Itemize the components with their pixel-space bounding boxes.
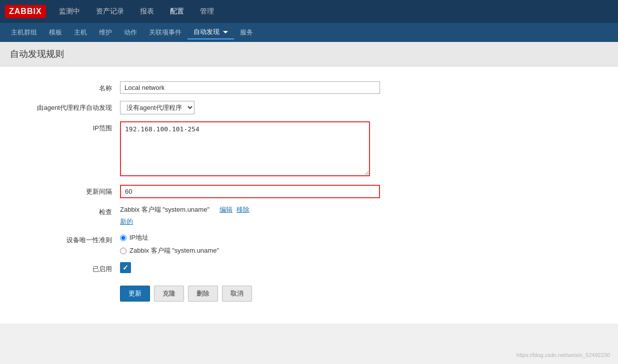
delete-button[interactable]: 删除 [188,286,218,302]
check-item: Zabbix 客户端 "system.uname" 编辑 移除 [120,205,380,214]
edit-check-link[interactable]: 编辑 [220,205,232,214]
uniqueness-radio-group: IP地址 Zabbix 客户端 "system.uname" [120,233,380,255]
clone-button[interactable]: 克隆 [154,286,184,302]
discovery-rule-form: 名称 由agent代理程序自动发现 没有agent代理程序 IP范围 192.1… [20,81,598,302]
name-label: 名称 [20,81,120,93]
check-name: Zabbix 客户端 "system.uname" [120,205,210,214]
subnav-services[interactable]: 服务 [234,26,259,39]
ip-range-row: IP范围 192.168.100.101-254 [20,121,598,178]
checks-label: 检查 [20,205,120,217]
radio-ip-text: IP地址 [130,233,148,242]
agent-label: 由agent代理程序自动发现 [20,101,120,112]
enabled-label: 已启用 [20,262,120,274]
ip-range-label: IP范围 [20,121,120,133]
subnav-maintenance[interactable]: 维护 [93,26,118,39]
subnav-actions[interactable]: 动作 [118,26,143,39]
buttons-control: 更新 克隆 删除 取消 [120,281,380,302]
top-navigation: ZABBIX 监测中 资产记录 报表 配置 管理 [0,0,618,23]
check-actions: 编辑 移除 [220,205,250,214]
radio-zabbix[interactable] [120,248,126,254]
nav-assets[interactable]: 资产记录 [93,5,127,18]
page-header: 自动发现规则 [0,42,618,66]
uniqueness-control: IP地址 Zabbix 客户端 "system.uname" [120,233,380,255]
cancel-button[interactable]: 取消 [222,286,252,302]
ip-range-textarea[interactable]: 192.168.100.101-254 [120,121,370,176]
checks-row: 检查 Zabbix 客户端 "system.uname" 编辑 移除 新的 [20,205,598,226]
zabbix-logo: ZABBIX [5,5,46,18]
checkmark-icon: ✓ [122,264,128,272]
subnav-discovery[interactable]: 自动发现 [188,25,234,39]
ip-range-control: 192.168.100.101-254 [120,121,380,178]
interval-input[interactable] [120,185,380,198]
main-content: 名称 由agent代理程序自动发现 没有agent代理程序 IP范围 192.1… [0,66,618,324]
update-button[interactable]: 更新 [120,286,150,302]
checks-content: Zabbix 客户端 "system.uname" 编辑 移除 新的 [120,205,380,226]
uniqueness-label: 设备唯一性准则 [20,233,120,245]
subnav-hostgroups[interactable]: 主机群组 [5,26,43,39]
subnav-correlations[interactable]: 关联项事件 [143,26,188,39]
buttons-spacer [20,281,120,283]
interval-row: 更新间隔 [20,185,598,198]
sub-navigation: 主机群组 模板 主机 维护 动作 关联项事件 自动发现 服务 [0,23,618,42]
nav-monitoring[interactable]: 监测中 [56,5,83,18]
radio-ip[interactable] [120,235,126,241]
agent-control: 没有agent代理程序 [120,101,380,114]
radio-ip-label[interactable]: IP地址 [120,233,380,242]
dropdown-arrow-icon [223,31,228,33]
radio-zabbix-label[interactable]: Zabbix 客户端 "system.uname" [120,246,380,255]
uniqueness-row: 设备唯一性准则 IP地址 Zabbix 客户端 "system.uname" [20,233,598,255]
subnav-hosts[interactable]: 主机 [68,26,93,39]
new-check-container: 新的 [120,217,380,226]
nav-admin[interactable]: 管理 [197,5,217,18]
remove-check-link[interactable]: 移除 [236,205,250,214]
agent-select[interactable]: 没有agent代理程序 [120,101,194,114]
enabled-checkbox[interactable]: ✓ [120,262,131,273]
buttons-row: 更新 克隆 删除 取消 [20,281,598,302]
enabled-control: ✓ [120,262,380,273]
subnav-templates[interactable]: 模板 [43,26,68,39]
page-title: 自动发现规则 [10,48,608,60]
name-input[interactable] [120,81,380,94]
new-check-link[interactable]: 新的 [120,218,133,225]
name-row: 名称 [20,81,598,94]
nav-reports[interactable]: 报表 [137,5,157,18]
top-nav-items: 监测中 资产记录 报表 配置 管理 [56,5,217,18]
nav-config[interactable]: 配置 [167,5,187,18]
interval-label: 更新间隔 [20,185,120,196]
radio-zabbix-text: Zabbix 客户端 "system.uname" [130,246,219,255]
enabled-row: 已启用 ✓ [20,262,598,274]
name-control [120,81,380,94]
agent-row: 由agent代理程序自动发现 没有agent代理程序 [20,101,598,114]
interval-control [120,185,380,198]
action-buttons: 更新 克隆 删除 取消 [120,286,380,302]
